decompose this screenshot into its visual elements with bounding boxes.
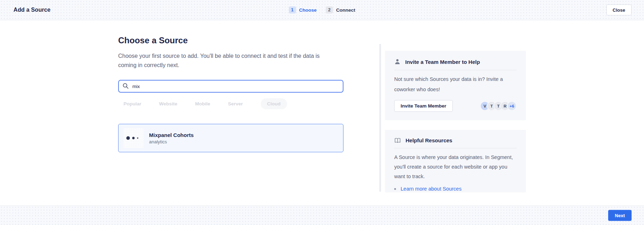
step-label: Choose xyxy=(299,7,317,13)
top-bar: Add a Source 1 Choose 2 Connect Close xyxy=(0,0,644,20)
resources-link-list: Learn more about Sources xyxy=(394,186,517,192)
content-divider xyxy=(379,44,381,192)
invite-panel-body: Not sure which Sources your data is in? … xyxy=(394,74,517,95)
close-button[interactable]: Close xyxy=(606,5,632,16)
panel-divider xyxy=(394,70,517,70)
result-subtitle: analytics xyxy=(149,139,194,144)
result-text: Mixpanel Cohorts analytics xyxy=(149,132,194,144)
resources-panel-title: Helpful Resources xyxy=(406,137,452,143)
resources-panel-header: Helpful Resources xyxy=(394,136,517,144)
tab-mobile[interactable]: Mobile xyxy=(195,101,210,106)
helpful-resources-panel: Helpful Resources A Source is where your… xyxy=(385,130,526,192)
search-icon xyxy=(122,83,129,89)
category-tabs: Popular Website Mobile Server Cloud xyxy=(123,98,343,109)
add-source-page: Add a Source 1 Choose 2 Connect Close Ch… xyxy=(0,0,644,225)
source-search-input[interactable] xyxy=(118,80,343,93)
bullet-dot xyxy=(394,188,396,190)
list-item: Learn more about Sources xyxy=(394,186,517,192)
step-number-badge: 2 xyxy=(326,6,333,13)
avatar-overflow-badge: +6 xyxy=(507,101,517,111)
step-label: Connect xyxy=(336,7,355,13)
step-number-badge: 1 xyxy=(289,6,296,13)
page-title: Add a Source xyxy=(13,7,50,13)
step-connect[interactable]: 2 Connect xyxy=(326,6,355,13)
result-title: Mixpanel Cohorts xyxy=(149,132,194,138)
stepper: 1 Choose 2 Connect xyxy=(289,6,356,13)
step-choose[interactable]: 1 Choose xyxy=(289,6,317,13)
panel-divider xyxy=(394,148,517,148)
person-icon xyxy=(394,59,401,65)
resources-panel-body: A Source is where your data originates. … xyxy=(394,153,517,181)
invite-team-panel: Invite a Team Member to Help Not sure wh… xyxy=(385,51,526,120)
content-area: Choose a Source Choose your first source… xyxy=(0,20,644,205)
book-icon xyxy=(394,137,401,143)
search-field-wrap xyxy=(118,80,343,93)
invite-panel-title: Invite a Team Member to Help xyxy=(405,59,480,65)
tab-website[interactable]: Website xyxy=(159,101,177,106)
invite-row: Invite Team Member V T T R +6 xyxy=(394,100,517,112)
section-description: Choose your first source to add. You'll … xyxy=(118,51,326,70)
next-button[interactable]: Next xyxy=(608,210,632,221)
team-avatar-stack: V T T R +6 xyxy=(480,101,517,111)
invite-panel-header: Invite a Team Member to Help xyxy=(394,58,517,66)
source-result-mixpanel-cohorts[interactable]: Mixpanel Cohorts analytics xyxy=(118,124,343,152)
invite-team-member-button[interactable]: Invite Team Member xyxy=(394,100,453,112)
tab-cloud[interactable]: Cloud xyxy=(261,98,287,109)
mixpanel-logo-icon xyxy=(123,128,143,148)
help-sidebar: Invite a Team Member to Help Not sure wh… xyxy=(385,51,526,192)
section-heading: Choose a Source xyxy=(118,35,343,45)
footer-bar: Next xyxy=(0,205,644,225)
learn-more-sources-link[interactable]: Learn more about Sources xyxy=(401,186,462,192)
main-column: Choose a Source Choose your first source… xyxy=(118,20,343,152)
tab-server[interactable]: Server xyxy=(228,101,243,106)
tab-popular[interactable]: Popular xyxy=(123,101,141,106)
